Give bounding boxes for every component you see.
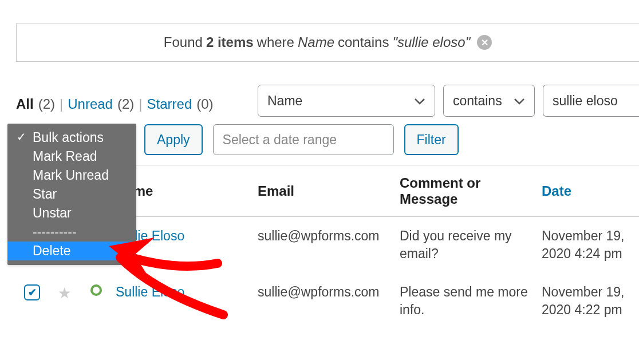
cell-date: November 19, 2020 4:22 pm bbox=[538, 283, 639, 319]
col-header-date[interactable]: Date bbox=[538, 183, 639, 199]
bulk-separator: ---------- bbox=[7, 223, 136, 242]
star-icon[interactable]: ★ bbox=[58, 284, 71, 302]
filter-contains: contains bbox=[338, 34, 389, 50]
bulk-option-unstar[interactable]: Unstar bbox=[7, 204, 136, 223]
bulk-option-bulk-actions[interactable]: Bulk actions bbox=[7, 128, 136, 147]
tab-unread-count: (2) bbox=[117, 96, 134, 112]
filter-term: "sullie eloso" bbox=[392, 34, 470, 50]
filter-count: 2 items bbox=[206, 34, 254, 50]
filters-row: Name contains sullie eloso bbox=[258, 85, 639, 117]
filter-prefix: Found bbox=[164, 34, 203, 50]
bulk-option-star[interactable]: Star bbox=[7, 185, 136, 204]
tab-divider: | bbox=[60, 96, 63, 112]
tab-all[interactable]: All bbox=[16, 96, 34, 112]
field-select-value: Name bbox=[267, 93, 302, 109]
condition-select-value: contains bbox=[453, 93, 502, 109]
filter-result-bar: Found 2 items where Name contains "sulli… bbox=[16, 23, 639, 62]
view-tabs: All (2) | Unread (2) | Starred (0) bbox=[16, 96, 214, 112]
col-header-comment[interactable]: Comment or Message bbox=[396, 175, 538, 207]
cell-date: November 19, 2020 4:24 pm bbox=[538, 227, 639, 263]
chevron-down-icon bbox=[414, 93, 425, 109]
tab-divider: | bbox=[139, 96, 142, 112]
tab-unread[interactable]: Unread bbox=[68, 96, 113, 112]
date-range-input[interactable]: Select a date range bbox=[213, 124, 394, 155]
date-range-placeholder: Select a date range bbox=[223, 132, 337, 148]
chevron-down-icon bbox=[514, 93, 525, 109]
unread-indicator-icon bbox=[90, 284, 102, 296]
field-select[interactable]: Name bbox=[258, 85, 435, 117]
col-header-email[interactable]: Email bbox=[254, 183, 396, 199]
bulk-option-mark-unread[interactable]: Mark Unread bbox=[7, 166, 136, 185]
filter-where: where bbox=[257, 34, 294, 50]
filter-field: Name bbox=[298, 34, 334, 50]
cell-email: sullie@wpforms.com bbox=[254, 227, 396, 245]
condition-select[interactable]: contains bbox=[443, 85, 535, 117]
bulk-actions-menu[interactable]: Bulk actions Mark Read Mark Unread Star … bbox=[7, 124, 136, 265]
apply-button[interactable]: Apply bbox=[144, 124, 203, 155]
cell-comment: Did you receive my email? bbox=[396, 227, 538, 263]
tab-starred-count: (0) bbox=[196, 96, 213, 112]
bulk-option-mark-read[interactable]: Mark Read bbox=[7, 147, 136, 166]
cell-name[interactable]: Sullie Eloso bbox=[112, 283, 254, 301]
cell-comment: Please send me more info. bbox=[396, 283, 538, 319]
tab-starred[interactable]: Starred bbox=[147, 96, 192, 112]
tab-all-count: (2) bbox=[38, 96, 55, 112]
cell-email: sullie@wpforms.com bbox=[254, 283, 396, 301]
filter-button[interactable]: Filter bbox=[404, 124, 459, 155]
clear-filter-icon[interactable]: ✕ bbox=[477, 35, 492, 50]
term-input-value: sullie eloso bbox=[553, 93, 618, 109]
bulk-option-delete[interactable]: Delete bbox=[7, 242, 136, 260]
row-checkbox[interactable] bbox=[24, 284, 40, 300]
table-row: ★ Sullie Eloso sullie@wpforms.com Please… bbox=[16, 273, 639, 329]
term-input[interactable]: sullie eloso bbox=[543, 85, 639, 117]
